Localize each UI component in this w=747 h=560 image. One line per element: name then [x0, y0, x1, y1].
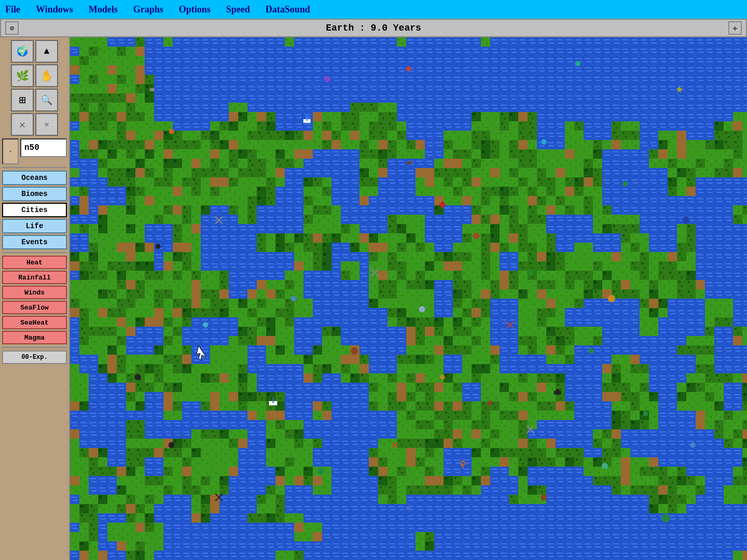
- layer-oceans[interactable]: Oceans: [2, 171, 67, 185]
- cursor-x-button[interactable]: ✕: [11, 113, 34, 136]
- toolbar-row-4: ✕ ✕: [2, 113, 67, 136]
- map-area[interactable]: [70, 37, 747, 560]
- toolbar-row-3: ⊞ 🔍: [2, 89, 67, 111]
- divider-1: [2, 167, 67, 168]
- close-icon: ⊘: [10, 24, 14, 33]
- data-rainfall[interactable]: Rainfall: [2, 271, 67, 284]
- map-preview: ▪: [2, 138, 19, 164]
- exp-button[interactable]: 00-Exp.: [2, 351, 67, 364]
- layer-life[interactable]: Life: [2, 219, 67, 233]
- crosshair-button[interactable]: ✕: [35, 113, 58, 136]
- data-winds[interactable]: Winds: [2, 286, 67, 299]
- menu-windows[interactable]: Windows: [36, 4, 73, 15]
- hand-button[interactable]: ✋: [35, 64, 58, 87]
- menu-graphs[interactable]: Graphs: [133, 4, 163, 15]
- layer-events[interactable]: Events: [2, 235, 67, 249]
- menu-models[interactable]: Models: [89, 4, 118, 15]
- menu-options[interactable]: Options: [179, 4, 211, 15]
- layer-cities[interactable]: Cities: [2, 203, 67, 217]
- up-button[interactable]: ▲: [35, 40, 58, 63]
- data-seaheat[interactable]: SeaHeat: [2, 316, 67, 329]
- main-area: 🌍 ▲ 🌿 ✋ ⊞ 🔍 ✕ ✕ ▪ n50 Ocea: [0, 37, 747, 560]
- data-heat[interactable]: Heat: [2, 256, 67, 269]
- menu-file[interactable]: File: [5, 4, 20, 15]
- biome-button[interactable]: 🌿: [11, 64, 34, 87]
- zoom-button[interactable]: 🔍: [35, 89, 58, 111]
- title-bar: ⊘ Earth : 9.0 Years ✛: [0, 19, 747, 37]
- toolbar-row-1: 🌍 ▲: [2, 40, 67, 63]
- world-map-canvas[interactable]: [70, 37, 747, 560]
- divider-2: [2, 252, 67, 253]
- divider-3: [2, 347, 67, 348]
- maximize-icon: ✛: [733, 24, 737, 33]
- window-title: Earth : 9.0 Years: [326, 23, 421, 33]
- menu-speed[interactable]: Speed: [226, 4, 250, 15]
- globe-button[interactable]: 🌍: [11, 40, 34, 63]
- sidebar: 🌍 ▲ 🌿 ✋ ⊞ 🔍 ✕ ✕ ▪ n50 Ocea: [0, 37, 70, 560]
- grid-button[interactable]: ⊞: [11, 89, 34, 111]
- data-magma[interactable]: Magma: [2, 331, 67, 344]
- zoom-display: n50: [20, 138, 67, 157]
- menu-datasound[interactable]: DataSound: [266, 4, 310, 15]
- menu-bar: File Windows Models Graphs Options Speed…: [0, 0, 747, 19]
- maximize-button[interactable]: ✛: [728, 21, 742, 35]
- data-seaflow[interactable]: SeaFlow: [2, 301, 67, 314]
- layer-biomes[interactable]: Biomes: [2, 187, 67, 201]
- close-button[interactable]: ⊘: [5, 21, 19, 35]
- toolbar-row-2: 🌿 ✋: [2, 64, 67, 87]
